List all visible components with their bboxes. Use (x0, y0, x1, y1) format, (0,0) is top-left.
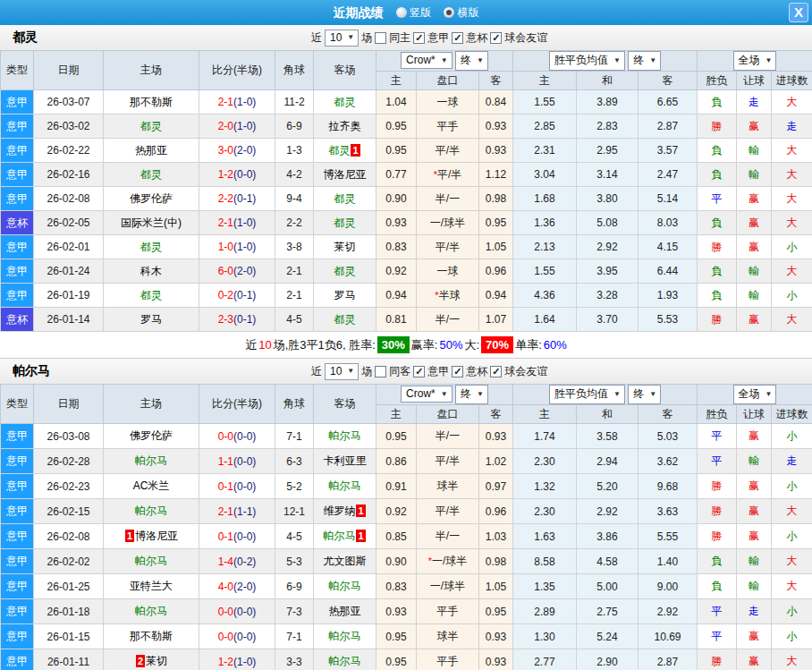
team-label: 帕尔马 (135, 505, 167, 517)
team-label: 帕尔马 (329, 479, 361, 492)
avg-home-cell: 8.58 (513, 549, 577, 574)
match-row: 意甲26-02-08佛罗伦萨2-2(0-1)9-4都灵0.90半/一0.981.… (1, 187, 812, 211)
scope-select[interactable]: 全场▼ (733, 51, 777, 71)
handicap-result-cell: 赢 (737, 114, 772, 139)
match-row: 意甲26-01-112莱切1-2(1-0)3-3帕尔马0.95平手0.932.7… (1, 649, 812, 670)
odds-away-cell: 0.96 (479, 259, 513, 284)
avg-draw-cell: 3.58 (577, 424, 639, 449)
scope-select[interactable]: 全场▼ (733, 385, 777, 404)
col-header-0: 类型 (1, 385, 34, 424)
dialog-title: 近期战绩 (334, 5, 384, 20)
summary-part: 10 (258, 338, 271, 352)
avg-type-select[interactable]: 胜平负均值▼ (549, 385, 625, 404)
score-cell: 0-1(0-0) (199, 474, 275, 499)
away-team-cell: 莱切 (314, 235, 376, 259)
avg-draw-cell: 2.83 (577, 114, 639, 139)
handicap-label: 球半 (437, 630, 459, 642)
avg-type-select[interactable]: 胜平负均值▼ (549, 51, 625, 71)
matches-body: 意甲26-03-07那不勒斯2-1(1-0)11-2都灵1.04一球0.841.… (1, 90, 812, 332)
home-team-cell: 国际米兰(中) (104, 211, 199, 235)
goals-result-cell: 大 (772, 163, 812, 187)
col-header-3: 比分(半场) (199, 51, 275, 90)
filter-checkbox[interactable]: ✓ (452, 366, 463, 377)
chevron-down-icon: ▼ (765, 390, 773, 398)
handicap-result-cell: 赢 (737, 649, 772, 670)
away-team-cell: 博洛尼亚 (314, 163, 376, 187)
full-score: 0-0 (218, 430, 233, 443)
handicap-cell: 半/一 (417, 424, 479, 449)
handicap-label: 一球 (437, 265, 459, 277)
odds-away-cell: 0.98 (479, 187, 513, 211)
vertical-layout-radio[interactable] (396, 7, 407, 18)
avg-home-cell: 2.30 (513, 499, 577, 524)
odds-time-select[interactable]: 终▼ (455, 385, 488, 404)
filter-checkbox-label: 同主 (389, 30, 410, 46)
odds-away-cell: 0.96 (479, 499, 513, 524)
odds-away-cell: 0.93 (479, 424, 513, 449)
home-team-cell: AC米兰 (104, 474, 199, 499)
match-count-select[interactable]: 10▼ (325, 363, 359, 380)
date-cell: 26-02-15 (34, 499, 104, 524)
chevron-down-icon: ▼ (613, 390, 621, 398)
handicap-cell: 平手 (417, 114, 479, 139)
avg-away-cell: 6.65 (639, 90, 698, 114)
score-cell: 1-0(1-0) (199, 235, 275, 259)
match-row: 意甲26-01-18帕尔马0-0(0-0)7-3热那亚0.93平手0.952.8… (1, 599, 812, 624)
goals-result-cell: 大 (772, 499, 812, 524)
avg-home-cell: 1.64 (513, 308, 577, 332)
handicap-cell: 平/半 (417, 499, 479, 524)
filter-checkbox-label: 球会友谊 (504, 30, 547, 46)
avg-draw-cell: 3.89 (577, 90, 639, 114)
avg-draw-cell: 2.90 (577, 649, 639, 670)
corner-cell: 7-1 (275, 424, 314, 449)
avg-home-cell: 1.30 (513, 624, 577, 649)
full-score: 2-1 (218, 216, 233, 229)
result-cell: 勝 (698, 499, 737, 524)
col-header-4: 角球 (275, 51, 314, 90)
filter-checkbox[interactable]: ✓ (413, 366, 425, 377)
filter-checkbox[interactable]: ✓ (452, 32, 463, 44)
odds-home-cell: 0.92 (376, 259, 417, 284)
away-team-cell: 帕尔马 (314, 424, 376, 449)
result-cell: 勝 (698, 649, 737, 670)
odds-company-select[interactable]: Crow*▼ (401, 386, 453, 403)
filter-checkbox[interactable]: ✓ (413, 32, 425, 44)
date-cell: 26-02-22 (34, 139, 104, 163)
half-score: (0-2) (233, 556, 256, 568)
avg-draw-cell: 5.00 (577, 574, 639, 599)
team-label: 罗马 (334, 289, 356, 301)
horizontal-layout-radio[interactable] (444, 7, 454, 18)
filter-checkbox-label: 球会友谊 (504, 364, 547, 379)
match-count-select[interactable]: 10▼ (325, 30, 359, 47)
filter-checkbox[interactable] (375, 32, 386, 44)
handicap-cell: *半球 (417, 284, 479, 308)
handicap-cell: 平手 (417, 649, 479, 670)
score-cell: 2-1(1-1) (199, 499, 275, 524)
odds-away-cell: 0.98 (479, 549, 513, 574)
handicap-label: 一球 (437, 96, 459, 108)
handicap-label: 一/球半 (432, 555, 467, 567)
odds-home-cell: 0.94 (376, 284, 417, 308)
odds-time-select[interactable]: 终▼ (455, 51, 488, 71)
date-cell: 26-03-08 (34, 424, 104, 449)
avg-time-select[interactable]: 终▼ (628, 51, 661, 71)
close-icon[interactable]: X (789, 3, 808, 22)
avg-home-cell: 2.85 (513, 114, 577, 139)
full-score: 2-0 (218, 120, 233, 132)
corner-cell: 2-1 (275, 284, 314, 308)
date-cell: 26-01-14 (34, 308, 104, 332)
avg-time-select[interactable]: 终▼ (628, 385, 661, 404)
filter-checkbox[interactable]: ✓ (490, 366, 502, 377)
odds-company-select[interactable]: Crow*▼ (401, 52, 453, 69)
odds-away-cell: 1.12 (479, 163, 513, 187)
chevron-down-icon: ▼ (477, 390, 484, 398)
sections-root: 都灵 近10▼场同主✓意甲✓意杯✓球会友谊 类型日期主场比分(半场)角球客场Cr… (0, 25, 812, 670)
sub-header-8: 进球数 (772, 72, 812, 90)
league-cell: 意甲 (1, 114, 34, 139)
result-cell: 負 (698, 574, 737, 599)
away-team-cell: 拉齐奥 (314, 114, 376, 139)
odds-dropdowns-cell: Crow*▼ 终▼ (376, 385, 513, 405)
filter-checkbox[interactable]: ✓ (490, 32, 502, 44)
goals-result-cell: 大 (772, 308, 812, 332)
filter-checkbox[interactable] (375, 366, 386, 377)
